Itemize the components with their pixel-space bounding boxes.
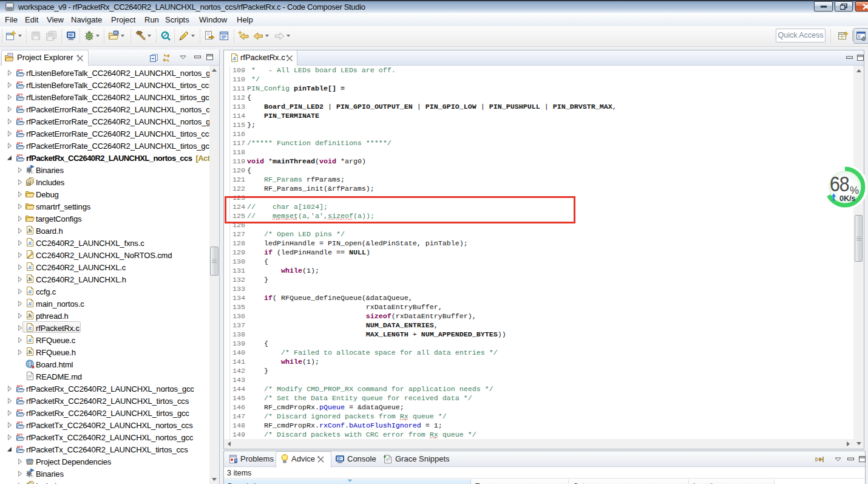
svg-text:0K/s: 0K/s <box>839 194 855 203</box>
svg-text:68: 68 <box>830 172 849 196</box>
